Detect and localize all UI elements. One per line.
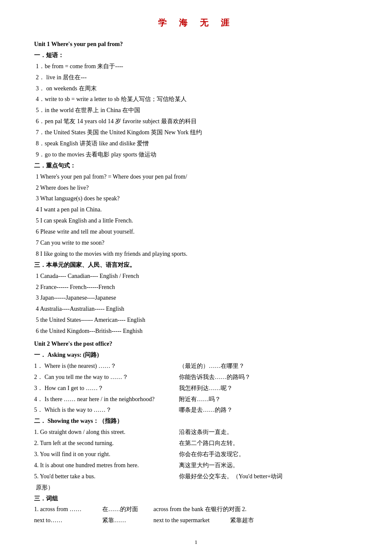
- phrase-9: 9．go to the movies 去看电影 play sports 做运动: [36, 149, 358, 160]
- unit1-sentences: 1 Where's your pen pal from? = Where doe…: [34, 171, 358, 260]
- unit2-section3-label: 三．词组: [34, 493, 358, 504]
- showing-way-4-right: 离这里大约一百米远。: [179, 460, 358, 471]
- unit1-countries: 1 Canada---- Canadian---- English / Fren…: [34, 271, 358, 337]
- unit1-section1-label: 一．短语：: [34, 50, 358, 61]
- unit1-section3-label: 三．本单元的国家、人民、语言对应。: [34, 260, 358, 271]
- sentence-4: 4 I want a pen pal in China.: [36, 204, 358, 215]
- page-number: 1: [34, 539, 358, 546]
- asking-way-1: 1． Where is (the nearest) ……？ （最近的）……在哪里…: [34, 361, 358, 372]
- unit2-heading: Unit 2 Where's the post office?: [34, 338, 358, 350]
- showing-way-1: 1. Go straight down / along this street.…: [34, 427, 358, 438]
- sentence-8: 8 I like going to the movies with my fri…: [36, 249, 358, 260]
- phrase-2: 2． live in 居住在---: [36, 72, 358, 83]
- showing-way-5: 5. You'd better take a bus. 你最好坐公交车去。（Yo…: [34, 471, 358, 482]
- asking-way-5-left: 5． Which is the way to ……？: [34, 405, 179, 416]
- unit1-section2-label: 二．重点句式：: [34, 160, 358, 171]
- showing-way-5-left: 5. You'd better take a bus.: [34, 471, 179, 482]
- asking-way-2: 2． Can you tell me the way to ……？ 你能告诉我去…: [34, 372, 358, 383]
- phrase-row2-col4: 紧靠超市: [230, 515, 358, 526]
- asking-way-2-right: 你能告诉我去……的路吗？: [179, 372, 358, 383]
- unit2-phrase-row-2: next to…… 紧靠…… next to the supermarket 紧…: [34, 515, 358, 526]
- asking-way-3-left: 3． How can I get to ……？: [34, 383, 179, 394]
- phrase-row1-col3: across from the bank 在银行的对面 2.: [153, 504, 358, 515]
- phrase-1: 1．be from = come from 来自于----: [36, 61, 358, 72]
- showing-way-2: 2. Turn left at the second turning. 在第二个…: [34, 438, 358, 449]
- asking-way-3-right: 我怎样到达……呢？: [179, 383, 358, 394]
- showing-way-4-left: 4. It is about one hundred metres from h…: [34, 460, 179, 471]
- country-4: 4 Australia----Australian----- English: [36, 304, 358, 315]
- asking-way-4-left: 4． Is there …… near here / in the neighb…: [34, 394, 179, 405]
- unit1-phrases: 1．be from = come from 来自于---- 2． live in…: [34, 61, 358, 160]
- phrase-4: 4．write to sb = write a letter to sb 给某人…: [36, 94, 358, 105]
- phrase-row2-col1: next to……: [34, 515, 94, 526]
- country-3: 3 Japan------Japanese----Japanese: [36, 292, 358, 304]
- asking-ways: 1． Where is (the nearest) ……？ （最近的）……在哪里…: [34, 361, 358, 416]
- sentence-2: 2 Where does he live?: [36, 182, 358, 194]
- country-2: 2 France------ French------French: [36, 282, 358, 293]
- asking-way-2-left: 2． Can you tell me the way to ……？: [34, 372, 179, 383]
- showing-ways: 1. Go straight down / along this street.…: [34, 427, 358, 493]
- phrase-7: 7．the United States 美国 the United Kingdo…: [36, 127, 358, 138]
- showing-way-2-right: 在第二个路口向左转。: [179, 438, 358, 449]
- asking-way-3: 3． How can I get to ……？ 我怎样到达……呢？: [34, 383, 358, 394]
- phrase-row1-col1: 1. across from ……: [34, 504, 94, 515]
- country-1: 1 Canada---- Canadian---- English / Fren…: [36, 271, 358, 282]
- phrase-row1-col2: 在……的对面: [102, 504, 145, 515]
- showing-way-4: 4. It is about one hundred metres from h…: [34, 460, 358, 471]
- sentence-7: 7 Can you write to me soon?: [36, 237, 358, 249]
- phrase-5: 5．in the world 在世界上 in China 在中国: [36, 105, 358, 116]
- asking-way-5: 5． Which is the way to ……？ 哪条是去……的路？: [34, 405, 358, 416]
- phrase-3: 3． on weekends 在周末: [36, 83, 358, 94]
- unit2-phrase-row-1: 1. across from …… 在……的对面 across from the…: [34, 504, 358, 515]
- showing-way-3: 3. You will find it on your right. 你会在你右…: [34, 449, 358, 460]
- unit2-section1-label: 一． Asking ways: (问路): [34, 350, 358, 361]
- unit1-section: Unit 1 Where's your pen pal from? 一．短语： …: [34, 39, 358, 337]
- you-d-better-note: 原形）: [36, 482, 358, 493]
- showing-way-1-left: 1. Go straight down / along this street.: [34, 427, 179, 438]
- unit2-section2-label: 二． Showing the ways：（指路）: [34, 416, 358, 427]
- country-6: 6 the United Kingdom---British----- Engh…: [36, 326, 358, 337]
- showing-way-2-left: 2. Turn left at the second turning.: [34, 438, 179, 449]
- asking-way-5-right: 哪条是去……的路？: [179, 405, 358, 416]
- showing-way-1-right: 沿着这条街一直走。: [179, 427, 358, 438]
- unit2-phrases: 1. across from …… 在……的对面 across from the…: [34, 504, 358, 526]
- phrase-row2-col2: 紧靠……: [102, 515, 145, 526]
- sentence-1: 1 Where's your pen pal from? = Where doe…: [36, 171, 358, 182]
- showing-way-3-left: 3. You will find it on your right.: [34, 449, 179, 460]
- phrase-6: 6．pen pal 笔友 14 years old 14 岁 favorite …: [36, 116, 358, 127]
- phrase-8: 8．speak English 讲英语 like and dislike 爱憎: [36, 138, 358, 149]
- asking-way-1-right: （最近的）……在哪里？: [179, 361, 358, 372]
- unit2-section: Unit 2 Where's the post office? 一． Askin…: [34, 338, 358, 526]
- asking-way-4-right: 附近有……吗？: [179, 394, 358, 405]
- asking-way-1-left: 1． Where is (the nearest) ……？: [34, 361, 179, 372]
- asking-way-4: 4． Is there …… near here / in the neighb…: [34, 394, 358, 405]
- sentence-5: 5 I can speak English and a little Frenc…: [36, 215, 358, 226]
- sentence-6: 6 Please write and tell me about yoursel…: [36, 226, 358, 237]
- sentence-3: 3 What language(s) does he speak?: [36, 193, 358, 204]
- phrase-row2-col3: next to the supermarket: [153, 515, 222, 526]
- title: 学 海 无 涯: [34, 17, 358, 29]
- showing-way-3-right: 你会在你右手边发现它。: [179, 449, 358, 460]
- showing-way-5-right: 你最好坐公交车去。（You'd better+动词: [179, 471, 358, 482]
- country-5: 5 the United States------ American---- E…: [36, 315, 358, 326]
- unit1-heading: Unit 1 Where's your pen pal from?: [34, 39, 358, 50]
